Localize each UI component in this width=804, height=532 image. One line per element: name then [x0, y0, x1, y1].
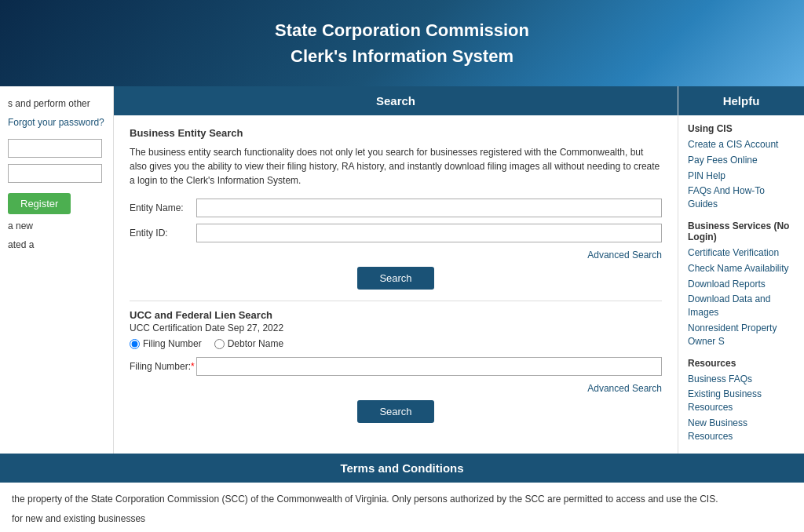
register-button[interactable]: Register [8, 193, 71, 214]
certificate-verification-link[interactable]: Certificate Verification [688, 246, 795, 260]
business-entity-desc: The business entity search functionality… [130, 145, 662, 188]
business-search-btn-container: Search [130, 267, 662, 290]
terms-body: the property of the State Corporation Co… [0, 483, 804, 532]
search-section-body: Business Entity Search The business enti… [114, 115, 678, 446]
business-search-button[interactable]: Search [357, 267, 433, 290]
left-note-2: ated a [8, 239, 105, 250]
center-content: Search Business Entity Search The busine… [114, 86, 678, 454]
ucc-search-button[interactable]: Search [357, 400, 433, 423]
terms-header: Terms and Conditions [0, 454, 804, 483]
page-header: State Corporation Commission Clerk's Inf… [0, 0, 804, 86]
pin-help-link[interactable]: PIN Help [688, 169, 795, 183]
entity-id-label: Entity ID: [130, 228, 196, 239]
entity-name-label: Entity Name: [130, 202, 196, 213]
forgot-password-link[interactable]: Forgot your password? [8, 117, 104, 128]
business-entity-title: Business Entity Search [130, 127, 662, 139]
business-advanced-search-link[interactable]: Advanced Search [587, 250, 662, 261]
debtor-name-radio-label[interactable]: Debtor Name [214, 338, 283, 349]
left-sidebar: s and perform other Forgot your password… [0, 86, 114, 454]
using-cis-title: Using CIS [688, 123, 795, 134]
check-name-availability-link[interactable]: Check Name Availability [688, 262, 795, 275]
faqs-link[interactable]: FAQs And How-To Guides [688, 184, 795, 211]
ucc-search-btn-container: Search [130, 400, 662, 423]
filing-number-input[interactable] [196, 357, 662, 376]
entity-name-input[interactable] [196, 199, 662, 217]
download-reports-link[interactable]: Download Reports [688, 278, 795, 291]
entity-id-input[interactable] [196, 224, 662, 242]
business-advanced-search-container: Advanced Search [130, 249, 662, 261]
resources-title: Resources [688, 358, 795, 369]
section-divider [130, 301, 662, 301]
required-star: * [191, 361, 195, 372]
helpful-body: Using CIS Create a CIS Account Pay Fees … [678, 115, 804, 454]
entity-name-row: Entity Name: [130, 199, 662, 217]
main-container: s and perform other Forgot your password… [0, 86, 804, 454]
create-cis-account-link[interactable]: Create a CIS Account [688, 138, 795, 151]
existing-business-resources-link[interactable]: Existing Business Resources [688, 388, 795, 414]
ucc-title: UCC and Federal Lien Search [130, 309, 662, 321]
ucc-advanced-search-container: Advanced Search [130, 382, 662, 394]
search-section-header: Search [114, 86, 678, 115]
ucc-cert-date: UCC Certification Date Sep 27, 2022 [130, 322, 662, 333]
business-services-title: Business Services (No Login) [688, 220, 795, 242]
page-title: State Corporation Commission Clerk's Inf… [8, 17, 796, 69]
nonresident-property-link[interactable]: Nonresident Property Owner S [688, 322, 795, 348]
username-input[interactable] [8, 139, 102, 158]
helpful-header: Helpfu [678, 86, 804, 115]
left-note-1: a new [8, 220, 105, 231]
password-input[interactable] [8, 164, 102, 183]
filing-number-radio-label[interactable]: Filing Number [130, 338, 202, 349]
debtor-name-radio[interactable] [214, 339, 225, 349]
ucc-advanced-search-link[interactable]: Advanced Search [587, 383, 662, 394]
terms-text-2: for new and existing businesses [12, 512, 792, 527]
filing-number-radio[interactable] [130, 339, 140, 349]
terms-text-1: the property of the State Corporation Co… [12, 492, 792, 507]
right-sidebar: Helpfu Using CIS Create a CIS Account Pa… [678, 86, 804, 454]
entity-id-row: Entity ID: [130, 224, 662, 242]
left-sidebar-text: s and perform other [8, 98, 105, 109]
business-faqs-link[interactable]: Business FAQs [688, 373, 795, 386]
download-data-images-link[interactable]: Download Data and Images [688, 293, 795, 319]
filing-number-label: Filing Number:* [130, 361, 196, 372]
new-business-resources-link[interactable]: New Business Resources [688, 417, 795, 443]
ucc-radio-group: Filing Number Debtor Name [130, 338, 662, 349]
pay-fees-online-link[interactable]: Pay Fees Online [688, 154, 795, 167]
filing-number-row: Filing Number:* [130, 357, 662, 376]
